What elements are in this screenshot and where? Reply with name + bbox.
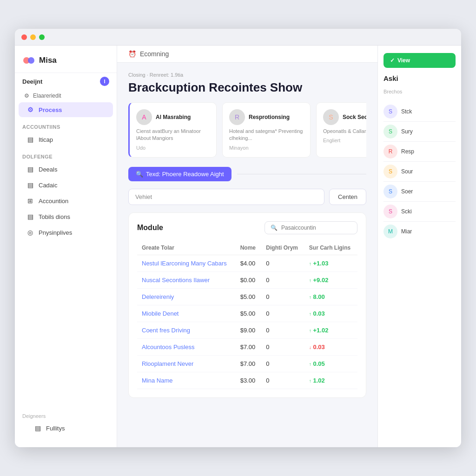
sidebar-item-fullitys-label: Fullitys (46, 425, 65, 432)
row-nome: $7.00 (236, 338, 262, 355)
row-name[interactable]: Delereireniy (137, 288, 236, 305)
presenter-card-1: R Resprotionsing Hoteal and sategma* Pre… (222, 102, 311, 158)
presenter-role: Udo (136, 145, 210, 151)
row-dighti: 0 (261, 288, 304, 305)
right-panel-title: Aski (383, 74, 456, 82)
row-dighti: 0 (261, 372, 304, 389)
filter-divider (237, 174, 366, 174)
col-greate: Greate Tolar (137, 241, 236, 255)
presenter-card-0: A Al Masrabing Cienst avatBury an Minato… (128, 102, 217, 158)
person-name: Soer (401, 188, 413, 195)
sidebar-user-section: Deeijnt I (15, 73, 117, 90)
row-sur: ↓ 0.03 (304, 338, 357, 355)
module-title: Module (137, 224, 163, 232)
main-content: Closing · Renreet: 1.9tia Brackcuption R… (117, 63, 377, 447)
right-person: S Stck (383, 102, 456, 122)
centen-button-label: Centen (338, 193, 357, 200)
table-row: Nestul lEarconing Many Cabars $4.00 0 ↑ … (137, 255, 357, 271)
right-person: S Scki (383, 202, 456, 222)
table-row: Coent fres Driving $9.00 0 ↑ +1.02 (137, 322, 357, 338)
breadcrumb: Closing · Renreet: 1.9tia (128, 72, 366, 78)
row-name[interactable]: Mina Name (137, 372, 236, 389)
deeals-icon: ▤ (26, 165, 34, 173)
module-search[interactable]: 🔍 (264, 221, 357, 234)
presenter-card-2: S Sock Secution and Opeonatls & Callars … (316, 102, 366, 158)
row-sur: ↑ 0.03 (304, 305, 357, 322)
logo-icon (22, 54, 35, 67)
row-name[interactable]: Coent fres Driving (137, 322, 236, 338)
table-row: Delereireniy $5.00 0 ↑ 8.00 (137, 288, 357, 305)
row-name[interactable]: Rlooplament Never (137, 355, 236, 372)
row-dighti: 0 (261, 322, 304, 338)
table-row: Mina Name $3.00 0 ↑ 1.02 (137, 372, 357, 389)
view-button[interactable]: ✓ View (383, 53, 456, 68)
person-avatar: M (383, 225, 397, 238)
table-row: Alcountoos Pusless $7.00 0 ↓ 0.03 (137, 338, 357, 355)
module-table-wrap: Greate Tolar Nome Dighti Orym Sur Carh L… (137, 241, 357, 389)
right-panel: ✓ View Aski Brechos S Stck S Sury R Resp… (377, 46, 461, 447)
person-name: Stck (401, 108, 412, 115)
presenter-desc: Opeonatls & Callars (323, 128, 366, 135)
vehiet-select[interactable]: Vehiet (128, 189, 324, 205)
sidebar-item-deeals[interactable]: ▤ Deeals (19, 162, 113, 177)
sidebar-item-accountion[interactable]: ⊞ Accountion (19, 193, 113, 208)
topbar-clock-icon: ⏰ (128, 50, 136, 58)
row-nome: $7.00 (236, 355, 262, 372)
centen-button[interactable]: Centen (329, 189, 366, 205)
person-name: Miar (401, 228, 412, 235)
right-person: S Sour (383, 162, 456, 182)
module-table: Greate Tolar Nome Dighti Orym Sur Carh L… (137, 241, 357, 389)
row-dighti: 0 (261, 271, 304, 288)
module-header: Module 🔍 (137, 221, 357, 234)
main-area: ⏰ Ecomning Closing · Renreet: 1.9tia Bra… (117, 46, 377, 447)
gear-icon: ⚙ (24, 93, 29, 99)
col-sur: Sur Carh Ligins (304, 241, 357, 255)
sidebar-section-accountiins: Accountiins (15, 118, 117, 132)
sidebar-item-pnysin[interactable]: ◎ Pnysinplives (19, 225, 113, 240)
person-name: Resp (401, 148, 414, 155)
col-nome: Nome (236, 241, 262, 255)
row-name[interactable]: Nestul lEarconing Many Cabars (137, 255, 236, 271)
sidebar-item-iticap[interactable]: ▤ Iticap (19, 132, 113, 147)
presenter-name: Resprotionsing (249, 114, 290, 120)
sidebar-sub-label: Elaareriedit (33, 93, 61, 99)
row-name[interactable]: Alcountoos Pusless (137, 338, 236, 355)
row-name[interactable]: Miobile Denet (137, 305, 236, 322)
logo-text: Misa (39, 56, 57, 65)
module-tbody: Nestul lEarconing Many Cabars $4.00 0 ↑ … (137, 255, 357, 389)
iticap-icon: ▤ (26, 136, 34, 143)
page-title: Brackcuption Recointes Show (128, 80, 366, 95)
row-nome: $9.00 (236, 322, 262, 338)
fullscreen-dot[interactable] (39, 34, 45, 40)
sidebar-user-badge: I (100, 77, 109, 86)
presenter-desc: Hoteal and sategma* Preventing clheking.… (229, 128, 304, 142)
row-nome: $4.00 (236, 255, 262, 271)
close-dot[interactable] (21, 34, 27, 40)
right-person: S Sury (383, 122, 456, 142)
row-dighti: 0 (261, 355, 304, 372)
row-nome: $5.00 (236, 288, 262, 305)
minimize-dot[interactable] (30, 34, 36, 40)
sidebar-item-cadaic-label: Cadaic (39, 182, 57, 189)
person-name: Sury (401, 128, 413, 135)
sidebar-item-process-label: Process (39, 106, 62, 113)
filter-tab-button[interactable]: 🔍 Texd: Phoere Readowe Aight (128, 167, 231, 181)
right-panel-sub: Brechos (383, 89, 456, 94)
search-icon: 🔍 (271, 225, 278, 231)
sidebar-item-cadaic[interactable]: ▤ Cadaic (19, 178, 113, 192)
row-sur: ↑ 1.02 (304, 372, 357, 389)
sidebar-item-deeals-label: Deeals (39, 166, 57, 173)
col-dighti: Dighti Orym (261, 241, 304, 255)
sidebar-item-tobils[interactable]: ▤ Tobils dions (19, 209, 113, 224)
person-avatar: R (383, 145, 397, 159)
row-dighti: 0 (261, 305, 304, 322)
module-search-input[interactable] (281, 225, 351, 231)
presenter-card-top: A Al Masrabing (136, 109, 210, 125)
sidebar-item-elaar[interactable]: ⚙ Elaareriedit (15, 90, 117, 102)
row-nome: $3.00 (236, 372, 262, 389)
row-name[interactable]: Nuscal Secontions Ilawer (137, 271, 236, 288)
presenter-name: Sock Secution and (343, 114, 366, 120)
sidebar-item-tobils-label: Tobils dions (39, 213, 70, 220)
sidebar-item-fullitys[interactable]: ▤ Fullitys (26, 421, 106, 436)
sidebar-item-process[interactable]: ⚙ Process (19, 102, 113, 117)
